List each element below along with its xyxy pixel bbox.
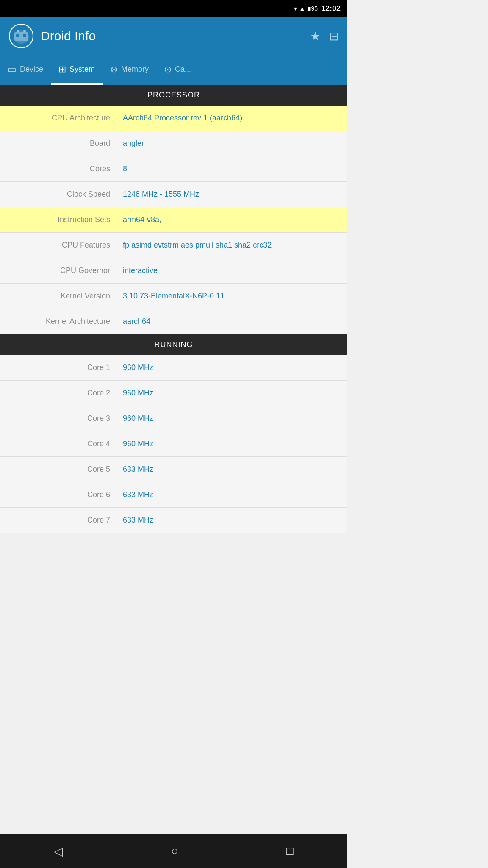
tab-memory-label: Memory xyxy=(121,65,149,74)
battery-icon: ▮95 xyxy=(308,5,318,12)
cpu-architecture-value: AArch64 Processor rev 1 (aarch64) xyxy=(119,108,347,128)
device-icon: ▭ xyxy=(8,64,17,75)
cpu-features-label: CPU Features xyxy=(0,236,119,255)
running-header: RUNNING xyxy=(0,334,347,355)
svg-rect-5 xyxy=(16,34,19,37)
action-icons: ★ ⊟ xyxy=(310,29,339,43)
cpu-features-value: fp asimd evtstrm aes pmull sha1 sha2 crc… xyxy=(119,236,347,255)
kernel-version-value: 3.10.73-ElementalX-N6P-0.11 xyxy=(119,287,347,306)
kernel-architecture-label: Kernel Architecture xyxy=(0,312,119,331)
core2-label: Core 2 xyxy=(0,384,119,403)
row-cpu-governor: CPU Governor interactive xyxy=(0,258,347,284)
core1-label: Core 1 xyxy=(0,358,119,377)
board-value: angler xyxy=(119,134,347,153)
processor-header: PROCESSOR xyxy=(0,85,347,106)
tab-device-label: Device xyxy=(20,65,43,74)
row-instruction-sets: Instruction Sets arm64-v8a, xyxy=(0,207,347,233)
recent-button[interactable]: □ xyxy=(286,844,294,858)
memory-icon: ⊛ xyxy=(110,64,118,75)
svg-rect-6 xyxy=(23,34,26,37)
instruction-sets-value: arm64-v8a, xyxy=(119,210,347,229)
cores-label: Cores xyxy=(0,159,119,178)
cpu-architecture-label: CPU Architecture xyxy=(0,108,119,128)
clock-speed-label: Clock Speed xyxy=(0,185,119,204)
app-title: Droid Info xyxy=(41,29,303,43)
signal-icon: ▲ xyxy=(299,5,305,12)
tab-device[interactable]: ▭ Device xyxy=(0,55,51,85)
core7-value: 633 MHz xyxy=(119,511,347,530)
core7-label: Core 7 xyxy=(0,511,119,530)
row-core6: Core 6 633 MHz xyxy=(0,482,347,508)
core5-value: 633 MHz xyxy=(119,460,347,479)
instruction-sets-label: Instruction Sets xyxy=(0,210,119,229)
tab-camera-label: Ca... xyxy=(175,65,191,74)
core1-value: 960 MHz xyxy=(119,358,347,377)
camera-icon: ⊙ xyxy=(164,64,172,75)
tab-system-label: System xyxy=(69,65,95,74)
core4-label: Core 4 xyxy=(0,434,119,453)
system-icon: ⊞ xyxy=(58,64,66,75)
row-cpu-features: CPU Features fp asimd evtstrm aes pmull … xyxy=(0,233,347,258)
row-core2: Core 2 960 MHz xyxy=(0,381,347,406)
cpu-governor-label: CPU Governor xyxy=(0,261,119,280)
row-kernel-version: Kernel Version 3.10.73-ElementalX-N6P-0.… xyxy=(0,284,347,309)
settings-icon[interactable]: ⊟ xyxy=(329,29,339,43)
status-bar: ▾ ▲ ▮95 12:02 xyxy=(0,0,347,17)
row-board: Board angler xyxy=(0,131,347,156)
row-core7: Core 7 633 MHz xyxy=(0,508,347,533)
nav-bar: ◁ ○ □ xyxy=(0,834,347,868)
tab-memory[interactable]: ⊛ Memory xyxy=(103,55,156,85)
app-bar: Droid Info ★ ⊟ xyxy=(0,17,347,55)
board-label: Board xyxy=(0,134,119,153)
row-core1: Core 1 960 MHz xyxy=(0,355,347,381)
row-core3: Core 3 960 MHz xyxy=(0,406,347,431)
cpu-governor-value: interactive xyxy=(119,261,347,280)
svg-point-4 xyxy=(23,30,26,32)
row-core4: Core 4 960 MHz xyxy=(0,431,347,457)
home-button[interactable]: ○ xyxy=(171,844,178,858)
kernel-version-label: Kernel Version xyxy=(0,287,119,306)
content-area: PROCESSOR CPU Architecture AArch64 Proce… xyxy=(0,85,347,567)
status-icons: ▾ ▲ ▮95 xyxy=(294,5,318,12)
kernel-architecture-value: aarch64 xyxy=(119,312,347,331)
wifi-icon: ▾ xyxy=(294,5,297,12)
cores-value: 8 xyxy=(119,159,347,178)
tab-bar: ▭ Device ⊞ System ⊛ Memory ⊙ Ca... xyxy=(0,55,347,85)
row-core5: Core 5 633 MHz xyxy=(0,457,347,482)
app-logo xyxy=(8,23,34,49)
row-cpu-architecture: CPU Architecture AArch64 Processor rev 1… xyxy=(0,106,347,131)
clock-speed-value: 1248 MHz - 1555 MHz xyxy=(119,185,347,204)
tab-camera[interactable]: ⊙ Ca... xyxy=(156,55,199,85)
back-button[interactable]: ◁ xyxy=(54,844,63,858)
favorite-icon[interactable]: ★ xyxy=(310,29,321,43)
svg-point-3 xyxy=(17,30,19,32)
row-clock-speed: Clock Speed 1248 MHz - 1555 MHz xyxy=(0,182,347,207)
tab-system[interactable]: ⊞ System xyxy=(51,55,103,85)
row-cores: Cores 8 xyxy=(0,156,347,182)
core6-value: 633 MHz xyxy=(119,485,347,504)
core3-label: Core 3 xyxy=(0,409,119,428)
core3-value: 960 MHz xyxy=(119,409,347,428)
status-time: 12:02 xyxy=(321,4,341,13)
core4-value: 960 MHz xyxy=(119,434,347,453)
row-kernel-architecture: Kernel Architecture aarch64 xyxy=(0,309,347,334)
core2-value: 960 MHz xyxy=(119,384,347,403)
core5-label: Core 5 xyxy=(0,460,119,479)
core6-label: Core 6 xyxy=(0,485,119,504)
